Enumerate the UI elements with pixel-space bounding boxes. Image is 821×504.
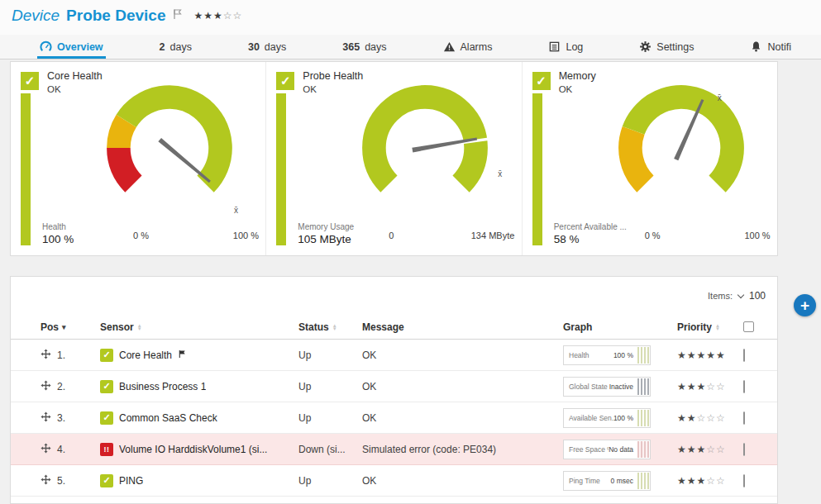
tab-notifications-label: Notifi bbox=[767, 41, 790, 53]
gauge-min-label: 0 % bbox=[645, 231, 661, 240]
sparkline bbox=[637, 347, 649, 364]
chevron-down-icon[interactable] bbox=[737, 291, 744, 297]
gauge-metric-value: 58 % bbox=[554, 233, 627, 245]
status-green-bar bbox=[21, 93, 31, 245]
gauge-max-label: 134 MByte bbox=[471, 231, 515, 240]
average-marker: x̄ bbox=[498, 169, 502, 178]
tab-overview-label: Overview bbox=[57, 41, 103, 53]
column-header-pos[interactable]: Pos▾ bbox=[41, 321, 100, 333]
gauge-dial bbox=[590, 75, 772, 221]
sensor-status: Up bbox=[298, 381, 362, 392]
mini-graph[interactable]: Ping Time 0 msec bbox=[563, 471, 651, 491]
sensor-error-icon: !! bbox=[100, 443, 113, 456]
sensor-ok-icon: ✓ bbox=[100, 349, 113, 362]
overview-gauge-icon bbox=[40, 40, 52, 53]
tab-alarms-label: Alarms bbox=[461, 41, 493, 53]
row-checkbox[interactable] bbox=[743, 443, 745, 456]
mini-graph[interactable]: Health 100 % bbox=[563, 345, 651, 365]
gauge-metric-value: 105 MByte bbox=[298, 233, 354, 245]
tab-overview[interactable]: Overview bbox=[40, 35, 103, 59]
tab-30-days[interactable]: 30 days bbox=[248, 35, 286, 59]
select-all-checkbox[interactable] bbox=[743, 321, 754, 332]
device-title-row: Device Probe Device ★★★☆☆ bbox=[0, 0, 821, 25]
page-title[interactable]: Probe Device bbox=[66, 7, 165, 25]
status-ok-check-icon: ✓ bbox=[276, 72, 294, 90]
average-marker: x̄ bbox=[718, 93, 722, 102]
tab-log[interactable]: Log bbox=[548, 35, 583, 59]
tab-2-days[interactable]: 2 days bbox=[160, 35, 192, 59]
sensor-status: Up bbox=[298, 412, 362, 424]
tab-alarms[interactable]: Alarms bbox=[443, 35, 493, 59]
priority-stars[interactable]: ★★★☆☆ bbox=[677, 444, 743, 455]
sensor-message: OK bbox=[362, 412, 563, 424]
sensor-message: OK bbox=[362, 349, 563, 361]
drag-handle-icon[interactable] bbox=[41, 380, 51, 393]
drag-handle-icon[interactable] bbox=[41, 474, 51, 487]
gauge-metric-label: Health bbox=[42, 222, 74, 231]
row-checkbox[interactable] bbox=[743, 380, 745, 393]
gauges-panel: ✓ Core Health OK x̄ 0 % 100 % Health 100… bbox=[10, 61, 778, 256]
rating-stars-filled: ★★★ bbox=[193, 10, 222, 21]
tab-settings[interactable]: Settings bbox=[639, 35, 694, 59]
items-count-select[interactable]: 100 bbox=[749, 290, 766, 302]
flag-icon[interactable] bbox=[172, 8, 184, 23]
column-header-sensor[interactable]: Sensor▲▼ bbox=[100, 321, 298, 333]
average-marker: x̄ bbox=[234, 206, 238, 215]
sensor-message: OK bbox=[362, 381, 563, 392]
gauge-min-label: 0 bbox=[389, 231, 394, 240]
table-row-alert: 4. !! Volume IO HarddiskVolume1 (si... D… bbox=[11, 434, 777, 465]
priority-rating[interactable]: ★★★☆☆ bbox=[193, 10, 242, 21]
sparkline bbox=[637, 410, 649, 426]
row-position: 5. bbox=[57, 475, 65, 487]
row-checkbox[interactable] bbox=[743, 474, 745, 487]
tab-365-days[interactable]: 365 days bbox=[342, 35, 386, 59]
drag-handle-icon[interactable] bbox=[41, 411, 51, 425]
priority-stars[interactable]: ★★★☆☆ bbox=[677, 475, 743, 487]
sort-arrows-icon: ▲▼ bbox=[332, 324, 337, 330]
drag-handle-icon[interactable] bbox=[41, 349, 51, 362]
sensor-link[interactable]: Common SaaS Check bbox=[119, 412, 217, 424]
drag-handle-icon[interactable] bbox=[41, 443, 51, 456]
mini-graph[interactable]: Available Sen... 100 % bbox=[563, 408, 651, 428]
sensor-link[interactable]: Core Health bbox=[119, 349, 172, 361]
gauge-dial bbox=[79, 75, 260, 221]
column-header-priority[interactable]: Priority▲▼ bbox=[677, 321, 743, 333]
row-position: 3. bbox=[57, 412, 65, 424]
favorite-flag-icon[interactable] bbox=[178, 349, 187, 361]
priority-stars[interactable]: ★★★☆☆ bbox=[677, 381, 743, 392]
sensor-link[interactable]: Volume IO HarddiskVolume1 (si... bbox=[119, 444, 267, 455]
device-breadcrumb: Device bbox=[12, 7, 60, 25]
gauge-metric-value: 100 % bbox=[42, 233, 74, 245]
mini-graph[interactable]: Global State Inactive bbox=[563, 377, 651, 397]
sensor-ok-icon: ✓ bbox=[100, 411, 113, 425]
page-header: Device Probe Device ★★★☆☆ bbox=[0, 0, 821, 35]
tab-365-days-label: days bbox=[365, 41, 386, 53]
row-checkbox[interactable] bbox=[743, 349, 745, 362]
gauge-needle bbox=[158, 138, 211, 183]
sort-caret-icon: ▾ bbox=[62, 323, 66, 331]
sort-arrows-icon: ▲▼ bbox=[137, 324, 142, 330]
sensor-message: OK bbox=[362, 475, 563, 487]
add-button[interactable]: + bbox=[794, 294, 816, 316]
mini-graph[interactable]: Free Space % No data bbox=[563, 440, 651, 459]
sensor-link[interactable]: PING bbox=[119, 475, 143, 487]
status-ok-check-icon: ✓ bbox=[532, 72, 551, 90]
log-list-icon bbox=[548, 40, 561, 53]
row-position: 2. bbox=[57, 381, 65, 392]
row-checkbox[interactable] bbox=[743, 411, 745, 425]
column-header-status[interactable]: Status▲▼ bbox=[298, 321, 362, 333]
bell-icon bbox=[750, 40, 762, 53]
sensor-ok-icon: ✓ bbox=[100, 380, 113, 393]
sensor-link[interactable]: Business Process 1 bbox=[119, 381, 206, 392]
gauge-dial bbox=[334, 75, 516, 221]
column-header-message[interactable]: Message bbox=[362, 321, 563, 333]
gauge-memory[interactable]: ✓ Memory OK x̄ 0 % 100 % Percent Availab… bbox=[522, 62, 777, 255]
gauge-metric-label: Percent Available ... bbox=[554, 222, 627, 231]
column-header-graph[interactable]: Graph bbox=[563, 321, 677, 333]
priority-stars[interactable]: ★★☆☆☆ bbox=[677, 412, 743, 424]
tab-notifications[interactable]: Notifi bbox=[750, 35, 790, 59]
gauge-probe-health[interactable]: ✓ Probe Health OK x̄ 0 134 MByte Memory … bbox=[265, 62, 521, 255]
tab-log-label: Log bbox=[566, 41, 583, 53]
priority-stars[interactable]: ★★★★★ bbox=[677, 349, 743, 361]
gauge-core-health[interactable]: ✓ Core Health OK x̄ 0 % 100 % Health 100… bbox=[11, 62, 265, 255]
